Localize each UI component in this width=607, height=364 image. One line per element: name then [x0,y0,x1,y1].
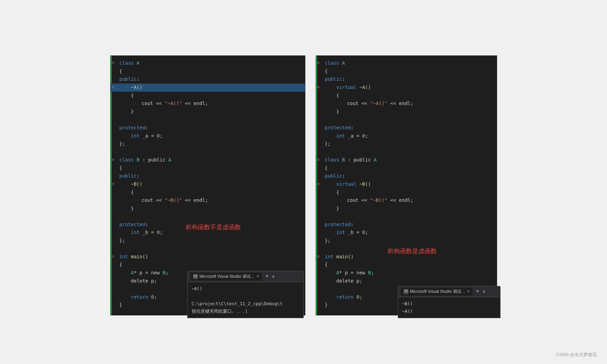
right-debug-add-tab[interactable]: + [475,288,481,295]
line-gutter [317,261,325,262]
right-debug-tab-close[interactable]: × [467,289,470,294]
left-debug-content: ~A() C:\project\C\test_11_2_cpp\Debug\t … [188,282,303,318]
code-line: public: [316,75,497,83]
code-token: protected [119,222,146,227]
line-gutter [112,269,119,270]
right-debug-chevron[interactable]: ∨ [483,289,485,294]
code-line: } [316,108,497,116]
left-debug-add-tab[interactable]: + [264,273,270,280]
left-debug-tab-close[interactable]: × [256,274,259,279]
line-gutter[interactable]: ⊟ [317,156,325,163]
code-content: { [119,261,302,269]
line-gutter[interactable]: ⊟ [317,181,325,187]
code-content: A* p = new B; [325,269,494,277]
left-debug-tab[interactable]: VS Microsoft Visual Studio 调试… × [190,273,262,281]
code-token: ; [154,294,157,300]
code-token: ; [165,270,168,275]
code-token [128,254,131,259]
code-token: _b = [345,230,363,235]
code-token: ~A() [359,84,371,90]
line-gutter [112,277,119,278]
code-token: 0 [362,133,365,139]
line-gutter [112,108,119,109]
right-debug-tab-label: Microsoft Visual Studio 调试… [410,289,465,295]
code-content: }; [325,140,494,148]
code-line: ⊟ virtual ~A() [316,83,497,92]
line-gutter [317,108,325,109]
line-gutter [317,197,325,197]
code-token: : [145,125,148,130]
code-token: { [119,68,122,74]
line-gutter[interactable]: ⊟ [112,181,119,187]
line-gutter [317,165,325,165]
line-gutter [112,301,119,302]
code-line: public: [316,172,497,180]
code-content: } [119,108,302,116]
line-gutter [317,286,325,286]
code-line: · cout << "~B()" << endl; [111,196,305,205]
line-gutter[interactable]: ⊟ [317,84,325,90]
code-content: { [119,189,302,196]
line-gutter[interactable]: ⊟ [317,60,325,66]
code-line: { [316,188,497,197]
code-token: { [325,165,328,171]
code-content: { [119,68,302,75]
right-code-editor: ⊟class A{public:⊟ virtual ~A() { · cout … [316,55,497,315]
code-token: _b = [140,230,157,235]
code-line: ⊟ ~B() [111,180,305,188]
code-content: { [325,189,494,196]
code-token: ; [160,133,163,139]
line-gutter [317,189,325,190]
code-token: int [336,230,345,235]
code-token: } [131,206,134,211]
line-gutter[interactable]: ⊟ [112,253,119,260]
line-gutter[interactable]: ⊟ [112,84,119,90]
line-gutter [317,124,325,125]
line-gutter[interactable]: ⊟ [112,60,119,66]
code-line: ⊟class A [316,59,497,67]
code-token: { [131,93,134,98]
line-gutter [112,92,119,93]
left-debug-tab-icon: VS [193,274,198,279]
code-token: "~B()" [370,197,388,203]
line-gutter[interactable]: ⊟ [112,156,119,163]
code-content: public: [325,76,494,83]
code-line: · cout << "~A()" << endl; [111,100,305,108]
code-token: << [362,101,370,106]
line-gutter [112,286,119,286]
code-token: { [119,262,122,267]
code-content: class A [119,60,302,67]
line-gutter [112,132,119,133]
code-token: }; [325,238,331,243]
line-gutter [317,269,325,270]
code-content: protected: [325,124,494,132]
left-debug-chevron[interactable]: ∨ [272,274,275,279]
code-line [111,116,305,124]
code-token: main() [336,254,354,259]
code-content: } [325,108,494,116]
code-line: public: [111,75,305,83]
code-token: ~A() [131,84,142,90]
code-token: public [325,173,342,179]
code-token: }; [325,141,331,146]
code-token: int [336,133,345,139]
code-content: { [325,261,494,269]
line-gutter[interactable]: ⊟ [317,253,325,260]
code-token: << endl; [182,197,208,203]
code-line: int _a = 0; [316,132,497,140]
code-token: int [119,254,128,259]
code-content: { [119,165,302,172]
left-debug-line-4: 按任意键关闭此窗口. . .| [192,308,299,315]
code-token: int [325,254,333,259]
code-line [316,116,497,124]
code-token: virtual [336,84,359,90]
right-debug-tab[interactable]: VS Microsoft Visual Studio 调试… × [401,288,473,296]
code-token: : [351,125,353,130]
code-line: { [111,261,305,269]
code-line: { [316,261,497,269]
line-gutter [112,116,119,117]
code-token: public [325,76,342,82]
code-token: << [156,197,165,203]
right-annotation: 析构函数是虚函数 [388,247,437,255]
code-line [316,213,497,221]
